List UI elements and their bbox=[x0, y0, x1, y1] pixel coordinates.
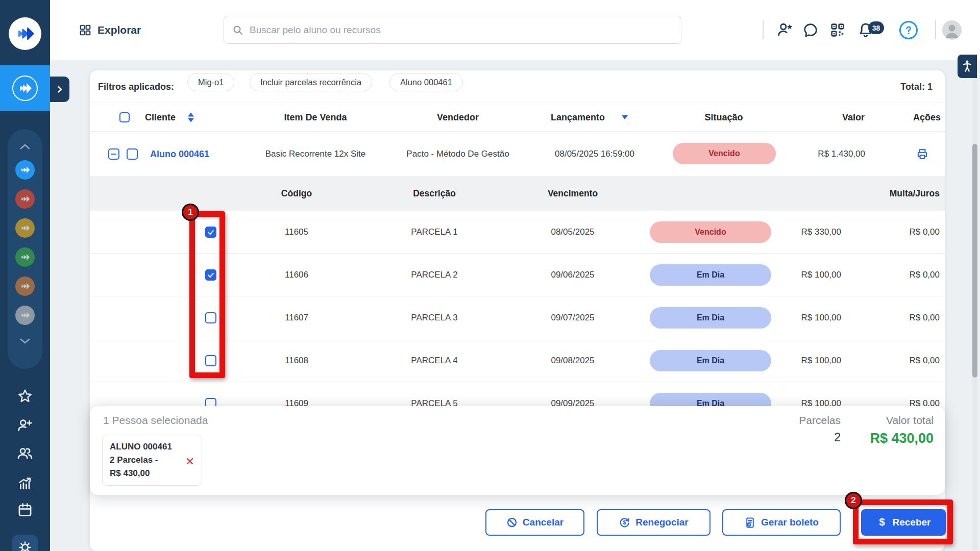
module-circle-gray[interactable] bbox=[15, 306, 35, 325]
pacto-sails-icon bbox=[18, 82, 32, 95]
module-circle-red[interactable] bbox=[15, 189, 35, 209]
sidebar-item-calendar[interactable] bbox=[17, 502, 33, 518]
user-avatar[interactable] bbox=[942, 20, 962, 40]
client-link[interactable]: Aluno 000461 bbox=[150, 148, 209, 159]
column-acoes[interactable]: Ações bbox=[913, 112, 941, 122]
close-icon bbox=[185, 457, 194, 466]
svg-text:$: $ bbox=[879, 516, 885, 528]
column-item-de-venda[interactable]: Item De Venda bbox=[284, 112, 347, 122]
module-circle-blue[interactable] bbox=[15, 160, 35, 180]
filter-chip[interactable]: Aluno 000461 bbox=[389, 73, 463, 91]
codigo-value: 11608 bbox=[285, 356, 308, 366]
status-badge: Em Dia bbox=[650, 264, 771, 286]
filter-chip[interactable]: Incluir parcelas recorrência bbox=[250, 73, 372, 91]
column-multa-juros: Multa/Juros bbox=[890, 188, 940, 199]
sidebar-item-add-person[interactable] bbox=[17, 417, 33, 434]
chevron-up-icon[interactable] bbox=[18, 142, 32, 151]
renegotiate-label: Renegociar bbox=[635, 517, 688, 528]
valor-total-summary: Valor total R$ 430,00 bbox=[870, 414, 934, 446]
print-button[interactable] bbox=[916, 147, 929, 161]
subtable-header: Código Descrição Vencimento Multa/Juros bbox=[90, 176, 945, 211]
selection-title: 1 Pessoa selecionada bbox=[103, 414, 208, 427]
chevron-right-icon bbox=[55, 84, 65, 94]
sort-cliente[interactable] bbox=[188, 112, 194, 122]
topbar: Explorar bbox=[50, 0, 980, 60]
vencimento-value: 08/05/2025 bbox=[551, 227, 594, 237]
lancamento-value: 08/05/2025 16:59:00 bbox=[555, 149, 634, 159]
svg-text:$: $ bbox=[623, 520, 626, 525]
search-bar[interactable] bbox=[224, 16, 681, 44]
descricao-value: PARCELA 1 bbox=[411, 227, 457, 237]
valor-total-label: Valor total bbox=[870, 414, 934, 427]
pacto-sails-icon bbox=[20, 194, 30, 204]
search-input[interactable] bbox=[250, 24, 673, 36]
column-codigo: Código bbox=[281, 188, 312, 199]
column-vendedor[interactable]: Vendedor bbox=[437, 112, 479, 122]
bar-chart-arrow-icon bbox=[17, 475, 33, 492]
collapse-row-button[interactable] bbox=[108, 148, 119, 160]
column-descricao: Descrição bbox=[413, 188, 456, 199]
chevron-down-icon[interactable] bbox=[18, 337, 32, 345]
vendedor-value: Pacto - Método De Gestão bbox=[406, 149, 509, 159]
accessibility-person-icon bbox=[962, 60, 973, 73]
generate-boleto-button[interactable]: $ Gerar boleto bbox=[722, 509, 841, 536]
parcelas-value: 2 bbox=[799, 431, 841, 444]
valor-value: R$ 100,00 bbox=[801, 356, 841, 366]
sidebar-item-settings[interactable] bbox=[12, 535, 38, 551]
dollar-icon: $ bbox=[876, 516, 888, 529]
selected-person-card: ALUNO 000461 2 Parcelas - R$ 430,00 bbox=[102, 435, 202, 486]
cancel-button[interactable]: Cancelar bbox=[485, 509, 584, 536]
descricao-value: PARCELA 3 bbox=[411, 313, 457, 323]
sidebar-item-active-module[interactable] bbox=[0, 65, 50, 111]
remove-selection-button[interactable] bbox=[185, 457, 194, 466]
selection-panel: 1 Pessoa selecionada ALUNO 000461 2 Parc… bbox=[90, 406, 945, 495]
chat-button[interactable] bbox=[802, 22, 819, 38]
cancel-label: Cancelar bbox=[523, 517, 564, 528]
sort-lancamento[interactable] bbox=[622, 115, 628, 119]
pacto-sails-icon bbox=[20, 223, 30, 233]
pacto-logo[interactable] bbox=[9, 17, 41, 50]
sort-up-icon bbox=[188, 112, 194, 116]
status-badge: Em Dia bbox=[650, 307, 771, 329]
filters-label: Filtros aplicados: bbox=[98, 81, 174, 92]
avatar-icon bbox=[942, 20, 962, 40]
module-circle-green[interactable] bbox=[15, 247, 35, 267]
sidebar-item-favorites[interactable] bbox=[17, 388, 33, 405]
gear-icon bbox=[18, 540, 32, 551]
vertical-scrollbar[interactable] bbox=[972, 63, 977, 551]
explore-menu[interactable]: Explorar bbox=[79, 0, 141, 60]
module-circle-yellow[interactable] bbox=[15, 218, 35, 238]
sort-down-icon bbox=[622, 115, 628, 119]
multa-juros-value: R$ 0,00 bbox=[909, 270, 940, 280]
pacto-sails-icon bbox=[20, 165, 30, 175]
accessibility-widget-button[interactable] bbox=[958, 55, 977, 78]
annotation-step-badge: 2 bbox=[845, 492, 862, 509]
leads-button[interactable] bbox=[776, 21, 794, 39]
column-lancamento[interactable]: Lançamento bbox=[551, 112, 605, 122]
module-circle-brown[interactable] bbox=[15, 277, 35, 296]
select-all-checkbox[interactable] bbox=[119, 112, 130, 122]
help-button[interactable] bbox=[899, 21, 918, 39]
applied-filters-bar: Filtros aplicados: Mig-o1 Incluir parcel… bbox=[90, 70, 945, 103]
sidebar-item-reports[interactable] bbox=[17, 475, 33, 492]
annotation-step-badge: 1 bbox=[182, 204, 199, 221]
descricao-value: PARCELA 2 bbox=[411, 270, 457, 280]
column-valor[interactable]: Valor bbox=[842, 112, 865, 122]
renegotiate-button[interactable]: $ Renegociar bbox=[597, 509, 710, 536]
active-module-ring bbox=[12, 76, 38, 101]
codigo-value: 11606 bbox=[285, 270, 308, 280]
column-situacao[interactable]: Situação bbox=[704, 112, 743, 122]
sidebar-item-people[interactable] bbox=[17, 445, 33, 462]
refresh-dollar-icon: $ bbox=[619, 517, 630, 529]
sort-down-icon bbox=[188, 118, 194, 122]
sidebar bbox=[0, 0, 50, 551]
row-checkbox[interactable] bbox=[127, 148, 138, 160]
receive-button[interactable]: $ Receber bbox=[861, 509, 946, 536]
sidebar-expand-button[interactable] bbox=[50, 77, 69, 102]
filter-chip[interactable]: Mig-o1 bbox=[187, 73, 234, 91]
scrollbar-thumb[interactable] bbox=[972, 144, 977, 378]
qr-code-button[interactable] bbox=[829, 22, 846, 38]
people-icon bbox=[17, 445, 33, 462]
codigo-value: 11607 bbox=[285, 313, 308, 323]
column-cliente[interactable]: Cliente bbox=[145, 112, 176, 122]
